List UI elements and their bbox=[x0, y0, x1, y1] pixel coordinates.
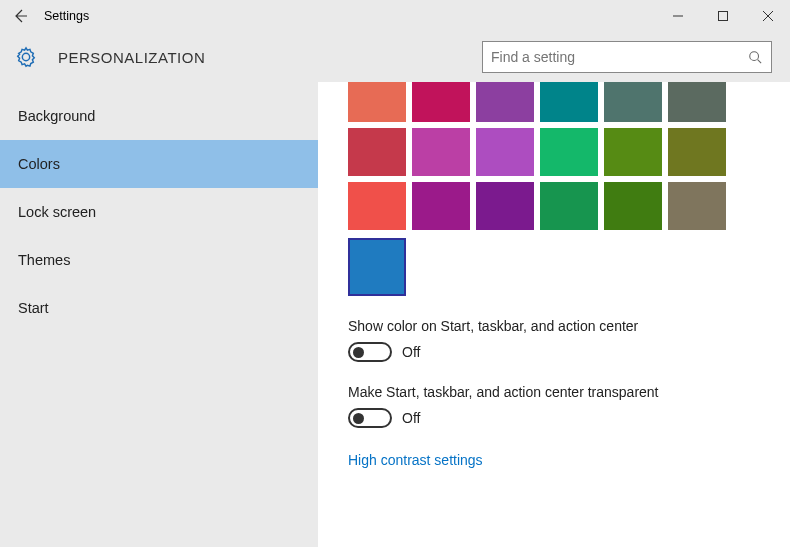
color-swatch[interactable] bbox=[476, 82, 534, 122]
minimize-icon bbox=[673, 11, 683, 21]
color-swatch[interactable] bbox=[476, 128, 534, 176]
sidebar: Background Colors Lock screen Themes Sta… bbox=[0, 82, 318, 547]
color-swatch[interactable] bbox=[412, 128, 470, 176]
swatch-row bbox=[348, 128, 790, 176]
toggle-knob bbox=[353, 347, 364, 358]
header: PERSONALIZATION bbox=[0, 32, 790, 82]
sidebar-item-label: Colors bbox=[18, 156, 60, 172]
toggle-state: Off bbox=[402, 410, 420, 426]
sidebar-item-label: Background bbox=[18, 108, 95, 124]
close-button[interactable] bbox=[745, 0, 790, 32]
high-contrast-link[interactable]: High contrast settings bbox=[348, 452, 483, 468]
color-swatch[interactable] bbox=[540, 128, 598, 176]
category-title: PERSONALIZATION bbox=[58, 49, 205, 66]
back-button[interactable] bbox=[0, 0, 40, 32]
color-swatch[interactable] bbox=[412, 82, 470, 122]
color-swatch[interactable] bbox=[668, 82, 726, 122]
toggle-row: Off bbox=[348, 408, 790, 428]
search-input[interactable] bbox=[491, 49, 747, 65]
sidebar-item-label: Themes bbox=[18, 252, 70, 268]
color-swatch[interactable] bbox=[348, 128, 406, 176]
sidebar-item-lock-screen[interactable]: Lock screen bbox=[0, 188, 318, 236]
arrow-left-icon bbox=[12, 8, 28, 24]
color-swatch[interactable] bbox=[604, 82, 662, 122]
body: Background Colors Lock screen Themes Sta… bbox=[0, 82, 790, 547]
gear-icon bbox=[14, 45, 38, 69]
toggle-show-color[interactable] bbox=[348, 342, 392, 362]
close-icon bbox=[763, 11, 773, 21]
swatch-row bbox=[348, 238, 790, 296]
sidebar-item-start[interactable]: Start bbox=[0, 284, 318, 332]
color-swatches bbox=[348, 82, 790, 296]
toggle-row: Off bbox=[348, 342, 790, 362]
sidebar-item-label: Start bbox=[18, 300, 49, 316]
color-swatch-selected[interactable] bbox=[348, 238, 406, 296]
search-box[interactable] bbox=[482, 41, 772, 73]
sidebar-item-label: Lock screen bbox=[18, 204, 96, 220]
setting-label-transparent: Make Start, taskbar, and action center t… bbox=[348, 384, 790, 400]
toggle-transparent[interactable] bbox=[348, 408, 392, 428]
setting-label-show-color: Show color on Start, taskbar, and action… bbox=[348, 318, 790, 334]
sidebar-item-background[interactable]: Background bbox=[0, 92, 318, 140]
search-icon bbox=[747, 49, 763, 65]
sidebar-item-colors[interactable]: Colors bbox=[0, 140, 318, 188]
color-swatch[interactable] bbox=[348, 182, 406, 230]
toggle-state: Off bbox=[402, 344, 420, 360]
color-swatch[interactable] bbox=[604, 128, 662, 176]
titlebar: Settings bbox=[0, 0, 790, 32]
color-swatch[interactable] bbox=[412, 182, 470, 230]
sidebar-item-themes[interactable]: Themes bbox=[0, 236, 318, 284]
svg-rect-0 bbox=[718, 12, 727, 21]
color-swatch[interactable] bbox=[540, 82, 598, 122]
color-swatch[interactable] bbox=[476, 182, 534, 230]
color-swatch[interactable] bbox=[668, 128, 726, 176]
minimize-button[interactable] bbox=[655, 0, 700, 32]
maximize-icon bbox=[718, 11, 728, 21]
color-swatch[interactable] bbox=[348, 82, 406, 122]
content: Show color on Start, taskbar, and action… bbox=[318, 82, 790, 547]
color-swatch[interactable] bbox=[540, 182, 598, 230]
swatch-row bbox=[348, 182, 790, 230]
window-title: Settings bbox=[40, 9, 89, 23]
color-swatch[interactable] bbox=[668, 182, 726, 230]
color-swatch[interactable] bbox=[604, 182, 662, 230]
toggle-knob bbox=[353, 413, 364, 424]
maximize-button[interactable] bbox=[700, 0, 745, 32]
swatch-row bbox=[348, 82, 790, 122]
svg-point-1 bbox=[750, 52, 759, 61]
